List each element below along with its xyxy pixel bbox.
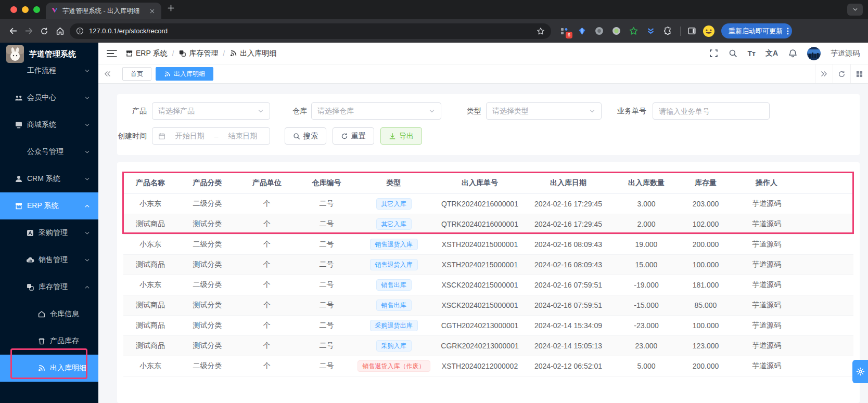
translate-icon[interactable]: 文A	[765, 49, 778, 58]
cell-warehouse: 二号	[297, 315, 356, 335]
browser-toolbar: 127.0.0.1/erp/stock/record 6 重新启动即可更新	[0, 19, 868, 43]
home-icon[interactable]	[52, 23, 68, 39]
search-button[interactable]: 搜索	[285, 127, 326, 145]
col-product-name: 产品名称	[123, 173, 177, 193]
reset-button[interactable]: 重置	[333, 127, 374, 145]
site-info-icon[interactable]	[76, 27, 84, 35]
window-close-button[interactable]	[10, 6, 17, 13]
end-date-placeholder: 结束日期	[221, 132, 264, 141]
extension-chevrons-icon[interactable]	[645, 26, 656, 36]
sidebar-item-erp-system[interactable]: ERP 系统	[0, 192, 98, 219]
type-select[interactable]: 请选择类型	[486, 102, 602, 120]
download-icon	[389, 133, 396, 140]
address-bar[interactable]: 127.0.0.1/erp/stock/record	[70, 23, 551, 39]
app-header: ERP 系统 / 库存管理 / 出入库明细 Tт 文A 芋道源码	[98, 43, 868, 64]
cell-stock: 181.000	[685, 275, 726, 295]
new-tab-button[interactable]	[168, 5, 174, 11]
cell-type: 销售出库	[356, 295, 431, 315]
collapse-menu-icon[interactable]	[107, 49, 117, 58]
cell-operator: 芋道源码	[726, 335, 807, 356]
cell-category: 测试分类	[177, 335, 237, 356]
sidebar-item-mall-system[interactable]: 商城系统	[0, 111, 98, 138]
cell-unit: 个	[237, 193, 297, 214]
browser-tab[interactable]: 芋道管理系统 - 出入库明细	[46, 3, 161, 19]
extension-tabs-icon[interactable]: 6	[559, 26, 570, 36]
cell-operator: 芋道源码	[726, 193, 807, 214]
cell-warehouse: 二号	[297, 214, 356, 234]
product-select[interactable]: 请选择产品	[152, 102, 270, 120]
col-quantity: 出入库数量	[608, 173, 685, 193]
extension-star-icon[interactable]	[628, 26, 639, 36]
type-tag: 销售退货入库	[370, 239, 418, 250]
page-tab-stock-record[interactable]: 出入库明细	[156, 67, 213, 81]
window-zoom-button[interactable]	[33, 6, 40, 13]
side-panel-icon[interactable]	[684, 23, 699, 39]
extension-gray-circle-icon[interactable]	[594, 26, 604, 36]
sidebar-item-stock-mgmt[interactable]: 库存管理	[0, 274, 98, 301]
layout-grid-icon[interactable]	[850, 64, 868, 83]
window-minimize-button[interactable]	[22, 6, 29, 13]
chart-cloud-icon	[26, 256, 34, 264]
col-filler	[807, 173, 853, 193]
fullscreen-icon[interactable]	[709, 49, 718, 58]
filter-row-2: 创建时间 开始日期 – 结束日期 搜索 重置 导出	[117, 127, 860, 145]
table-row: 测试商品 测试分类 个 二号 采购退货出库 CGTH20240213000001…	[123, 315, 853, 335]
breadcrumb-erp[interactable]: ERP 系统	[125, 49, 167, 58]
breadcrumb-stock-record[interactable]: 出入库明细	[229, 49, 276, 58]
profile-avatar-icon[interactable]	[703, 25, 715, 37]
relaunch-update-button[interactable]: 重新启动即可更新	[721, 23, 792, 38]
sidebar-item-sales-mgmt[interactable]: 销售管理	[0, 246, 98, 274]
sidebar-item-warehouse-info[interactable]: 仓库信息	[0, 301, 98, 328]
extension-green-circle-icon[interactable]	[611, 26, 621, 36]
chevron-down-icon	[84, 176, 90, 182]
username[interactable]: 芋道源码	[831, 49, 860, 58]
sidebar-item-product-stock[interactable]: 产品库存	[0, 328, 98, 355]
sidebar-item-official-account[interactable]: 公众号管理	[0, 138, 98, 165]
tabs-scroll-left-icon[interactable]	[98, 64, 116, 83]
created-time-label: 创建时间	[117, 132, 147, 141]
app-logo[interactable]: 芋道管理系统	[0, 43, 98, 66]
type-tag: 采购入库	[376, 340, 412, 352]
cell-quantity: 5.000	[608, 356, 685, 376]
extension-gem-icon[interactable]	[577, 26, 587, 36]
sidebar: 工作流程 会员中心 商城系统 公众号管理 CRM 系统 ERP 系统	[0, 43, 98, 403]
settings-drawer-button[interactable]	[852, 360, 868, 383]
window-controls	[10, 6, 40, 13]
reload-icon[interactable]	[36, 23, 52, 39]
cell-date: 2024-02-16 08:09:43	[529, 234, 608, 254]
browser-menu-icon[interactable]	[787, 28, 789, 35]
cell-product: 小东东	[123, 356, 177, 376]
sidebar-item-member-center[interactable]: 会员中心	[0, 84, 98, 111]
sidebar-item-purchase-mgmt[interactable]: 采购管理	[0, 219, 98, 246]
cell-order-no: QTRK20240216000001	[431, 193, 529, 214]
tab-close-icon[interactable]	[148, 7, 156, 15]
extensions-puzzle-icon[interactable]	[662, 26, 673, 36]
cell-warehouse: 二号	[297, 275, 356, 295]
storefront-icon	[125, 49, 133, 57]
date-range-picker[interactable]: 开始日期 – 结束日期	[152, 127, 270, 145]
search-icon[interactable]	[728, 49, 737, 58]
squares-icon	[178, 49, 186, 57]
back-icon[interactable]	[5, 23, 21, 39]
sidebar-item-crm-system[interactable]: CRM 系统	[0, 165, 98, 192]
user-avatar[interactable]	[807, 47, 821, 60]
font-size-icon[interactable]: Tт	[747, 49, 755, 58]
member-center-icon	[15, 94, 23, 102]
tabs-scroll-right-icon[interactable]	[815, 64, 833, 83]
extensions-row: 6	[559, 26, 673, 36]
forward-icon[interactable]	[21, 23, 36, 39]
cell-category: 测试分类	[177, 254, 237, 275]
notification-bell-icon[interactable]	[788, 49, 797, 58]
cell-type: 其它入库	[356, 214, 431, 234]
page-tab-home[interactable]: 首页	[122, 67, 151, 81]
bizno-input[interactable]	[653, 102, 770, 120]
refresh-icon	[341, 133, 348, 140]
export-button[interactable]: 导出	[380, 127, 422, 145]
warehouse-select[interactable]: 请选择仓库	[311, 102, 441, 120]
breadcrumb-stock-mgmt[interactable]: 库存管理	[178, 49, 218, 58]
refresh-page-icon[interactable]	[833, 64, 850, 83]
tab-search-button[interactable]	[847, 4, 863, 16]
tab-title: 芋道管理系统 - 出入库明细	[62, 7, 144, 16]
sidebar-item-stock-record[interactable]: 出入库明细	[0, 355, 98, 382]
bookmark-star-icon[interactable]	[537, 27, 545, 35]
